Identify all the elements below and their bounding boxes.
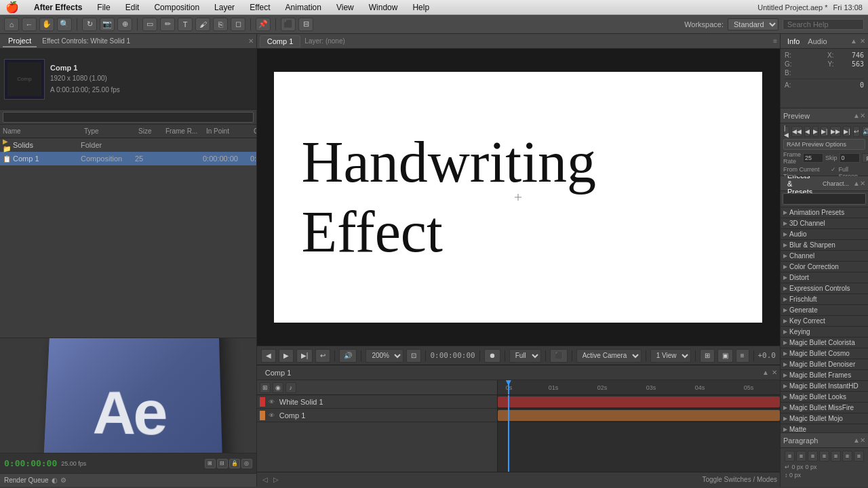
view-menu[interactable]: View — [334, 2, 357, 13]
list-item[interactable]: ▶ Magic Bullet Cosmo — [781, 348, 868, 359]
para-expand[interactable]: ▲✕ — [853, 436, 865, 444]
layer-visibility-1[interactable]: 👁 — [267, 397, 277, 407]
help-menu[interactable]: Help — [410, 2, 432, 13]
app-name-menu[interactable]: After Effects — [31, 2, 85, 13]
vc-camera-dropdown[interactable]: Active Camera — [576, 349, 642, 363]
vc-fit-btn[interactable]: ⊡ — [406, 349, 421, 363]
composition-menu[interactable]: Composition — [151, 2, 202, 13]
info-panel-close[interactable]: ✕ — [860, 37, 865, 45]
comp-panel-menu[interactable]: ≡ — [773, 37, 777, 45]
edit-menu[interactable]: Edit — [123, 2, 142, 13]
para-align-left[interactable]: ≡ — [785, 451, 795, 462]
toolbar-pan-btn[interactable]: ⊕ — [117, 18, 132, 31]
prev-fwd-btn[interactable]: ▶▶ — [830, 126, 841, 137]
vc-audio-btn[interactable]: 🔊 — [339, 349, 357, 363]
prev-audio-btn[interactable]: 🔊 — [862, 126, 868, 137]
vc-quality-dropdown[interactable]: Full — [509, 349, 541, 363]
list-item[interactable]: ▶ Magic Bullet Looks — [781, 392, 868, 403]
tl-expand-icon[interactable]: ▲ — [762, 369, 769, 376]
prev-back-btn[interactable]: ◀◀ — [791, 126, 802, 137]
preview-expand[interactable]: ▲✕ — [853, 112, 865, 119]
toolbar-pen-btn[interactable]: ✏ — [160, 18, 175, 31]
timeline-footer-label[interactable]: Toggle Switches / Modes — [702, 476, 777, 483]
workspace-dropdown[interactable]: Standard — [728, 18, 778, 30]
effects-expand[interactable]: ▲✕ — [853, 180, 865, 187]
list-item[interactable]: ▶ Blur & Sharpen — [781, 240, 868, 251]
list-item[interactable]: ▶ Magic Bullet Colorista — [781, 338, 868, 348]
toolbar-hand-btn[interactable]: ✋ — [39, 18, 54, 31]
vc-view-dropdown[interactable]: 1 View — [650, 349, 691, 363]
timeline-tracks[interactable] — [498, 395, 780, 472]
tc-switch-btn-3[interactable]: 🔒 — [229, 459, 240, 468]
list-item[interactable]: ▶ Magic Bullet Denoiser — [781, 359, 868, 370]
list-item[interactable]: ▶ Color Correction — [781, 262, 868, 272]
tl-close-icon[interactable]: ✕ — [772, 369, 777, 376]
comp-viewer[interactable]: Handwriting Effect — [257, 49, 780, 346]
project-search-input[interactable] — [3, 112, 254, 123]
apple-menu[interactable]: 🍎 — [5, 1, 19, 14]
para-justify-all[interactable]: ≡ — [854, 451, 864, 462]
list-item[interactable]: ▶ Frischluft — [781, 294, 868, 305]
prev-last-btn[interactable]: ▶| — [843, 126, 850, 137]
comp-viewer-tab[interactable]: Comp 1 — [260, 35, 301, 47]
prev-first-btn[interactable]: |◀ — [783, 126, 789, 137]
para-align-center[interactable]: ≡ — [796, 451, 806, 462]
list-item[interactable]: ▶ Key Correct — [781, 316, 868, 327]
list-item[interactable]: ▶ Audio — [781, 229, 868, 240]
list-item[interactable]: ▶ Keying — [781, 327, 868, 338]
list-item[interactable]: ▶ Magic Bullet MissFire — [781, 403, 868, 413]
layer-visibility-2[interactable]: 👁 — [267, 411, 277, 420]
layer-row[interactable]: 👁 Comp 1 — [257, 409, 497, 422]
tc-switch-btn-4[interactable]: ◎ — [241, 459, 252, 468]
list-item[interactable]: ▶ Magic Bullet Mojo — [781, 413, 868, 424]
tl-toggle-btn[interactable]: ⊞ — [260, 382, 271, 393]
prev-fwd1-btn[interactable]: ▶| — [821, 126, 828, 137]
toolbar-text-btn[interactable]: T — [178, 18, 193, 31]
frame-rate-input[interactable] — [803, 153, 823, 163]
toolbar-shape-btn[interactable]: ⬛ — [281, 18, 296, 31]
list-item[interactable]: ▶ Channel — [781, 251, 868, 262]
toolbar-pin-btn[interactable]: 📌 — [256, 18, 271, 31]
vc-transparency-btn[interactable]: ⬛ — [550, 349, 568, 363]
col-header-outpoint[interactable]: Out Point — [254, 127, 256, 135]
list-item[interactable]: ▶ Animation Presets — [781, 207, 868, 218]
tl-footer-btn-2[interactable]: ▷ — [271, 476, 281, 483]
vc-zoom-dropdown[interactable]: 200% — [366, 349, 403, 363]
file-menu[interactable]: File — [94, 2, 113, 13]
list-item[interactable]: ▶ Magic Bullet InstantHD — [781, 381, 868, 392]
vc-next-frame-btn[interactable]: ▶| — [296, 349, 313, 363]
audio-tab[interactable]: Audio — [804, 36, 831, 47]
para-justify-right[interactable]: ≡ — [842, 451, 852, 462]
para-justify-left[interactable]: ≡ — [819, 451, 829, 462]
tl-audio-btn[interactable]: ♪ — [285, 382, 296, 393]
list-item[interactable]: ▶ Generate — [781, 305, 868, 316]
tc-switch-btn-2[interactable]: ⊟ — [217, 459, 228, 468]
list-item[interactable]: ▶ Expression Controls — [781, 283, 868, 294]
toolbar-back-btn[interactable]: ← — [22, 18, 37, 31]
toolbar-zoom-btn[interactable]: 🔍 — [57, 18, 72, 31]
effect-menu[interactable]: Effect — [247, 2, 273, 13]
col-header-name[interactable]: Name — [3, 127, 84, 135]
toolbar-brush-btn[interactable]: 🖌 — [195, 18, 210, 31]
layer-row[interactable]: 👁 White Solid 1 — [257, 395, 497, 409]
vc-layer-btn[interactable]: ≡ — [736, 349, 749, 363]
toolbar-camera-btn[interactable]: 📷 — [100, 18, 115, 31]
list-item[interactable]: ▶ Magic Bullet Frames — [781, 370, 868, 381]
col-header-type[interactable]: Type — [84, 127, 138, 135]
rq-icon-1[interactable]: ◐ — [52, 476, 58, 484]
effect-controls-tab[interactable]: Effect Controls: White Solid 1 — [37, 36, 136, 46]
list-item[interactable]: ▶ Distort — [781, 272, 868, 283]
effects-search-input[interactable] — [783, 193, 866, 205]
tl-footer-btn-1[interactable]: ◁ — [260, 476, 271, 483]
skip-input[interactable] — [840, 153, 860, 163]
vc-record-btn[interactable]: ⏺ — [484, 349, 500, 363]
list-item[interactable]: ▶ 3D Channel — [781, 218, 868, 229]
col-header-inpoint[interactable]: In Point — [206, 127, 254, 135]
search-help-input[interactable] — [783, 19, 864, 30]
vc-play-btn[interactable]: ▶ — [279, 349, 294, 363]
layer-menu[interactable]: Layer — [212, 2, 237, 13]
vc-safe-btn[interactable]: ▣ — [717, 349, 733, 363]
vc-grid-btn[interactable]: ⊞ — [700, 349, 715, 363]
vc-loop-btn[interactable]: ↩ — [315, 349, 330, 363]
timeline-ruler[interactable]: 0s 01s 02s 03s 04s 05s 06s 07s 08s 09s 1… — [498, 380, 780, 394]
